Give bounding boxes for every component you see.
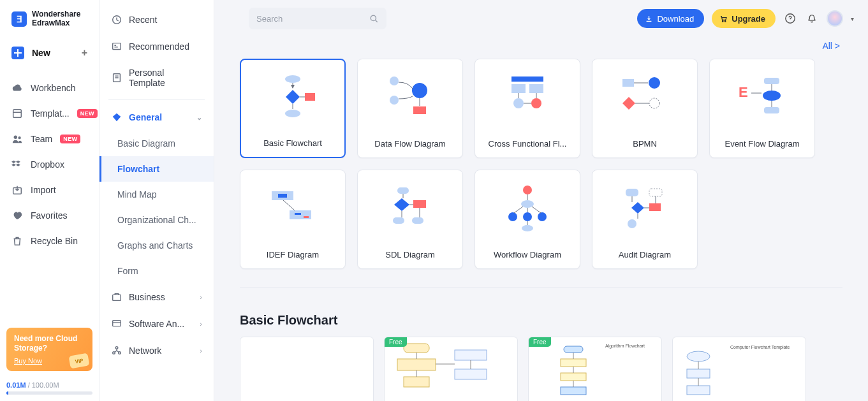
nav-dropbox[interactable]: Dropbox xyxy=(0,152,99,177)
svg-rect-10 xyxy=(113,321,121,326)
software-icon xyxy=(111,318,122,330)
thumb-idef xyxy=(240,170,345,245)
svg-rect-54 xyxy=(649,203,661,211)
template-card-1[interactable]: Free xyxy=(384,337,518,401)
svg-rect-60 xyxy=(455,369,487,379)
card-label: Workflow Diagram xyxy=(475,245,580,268)
svg-point-13 xyxy=(115,347,118,349)
search-icon[interactable] xyxy=(369,14,379,24)
card-sdl[interactable]: SDL Diagram xyxy=(357,170,463,269)
app-logo: Ǝ Wondershare EdrawMax xyxy=(0,0,99,40)
search-placeholder: Search xyxy=(256,14,283,24)
nav-workbench[interactable]: Workbench xyxy=(0,75,99,101)
card-bpmn[interactable]: BPMN xyxy=(592,59,698,158)
sec-sub-orgchart[interactable]: Organizational Ch... xyxy=(99,207,214,233)
download-icon xyxy=(645,15,653,23)
svg-rect-2 xyxy=(13,109,22,117)
all-link[interactable]: All > xyxy=(240,37,842,59)
svg-point-15 xyxy=(723,20,724,22)
svg-rect-40 xyxy=(295,213,301,215)
sec-network[interactable]: Network › xyxy=(99,337,214,364)
card-eventflow[interactable]: E Event Flow Diagram xyxy=(709,59,815,158)
sec-sub-basic-diagram[interactable]: Basic Diagram xyxy=(99,131,214,156)
nav-new[interactable]: New + xyxy=(0,40,99,66)
svg-point-51 xyxy=(522,225,533,231)
thumb-workflow xyxy=(475,170,580,245)
help-icon[interactable] xyxy=(783,11,797,26)
nav-templates[interactable]: Templat... NEW xyxy=(0,101,99,126)
bell-icon[interactable] xyxy=(805,11,819,26)
plus-tail-icon[interactable]: + xyxy=(82,47,87,59)
card-dataflow[interactable]: Data Flow Diagram xyxy=(357,59,463,158)
svg-rect-25 xyxy=(511,77,543,82)
thumb-eventflow: E xyxy=(710,59,814,134)
sec-label: Recommended xyxy=(129,41,189,52)
nav-label: Workbench xyxy=(31,83,76,93)
search-input[interactable]: Search xyxy=(249,8,386,29)
avatar[interactable] xyxy=(827,10,843,27)
tag-icon xyxy=(111,112,122,123)
sec-recommended[interactable]: Recommended xyxy=(99,33,214,60)
trash-icon xyxy=(11,235,23,247)
sec-software[interactable]: Software An... › xyxy=(99,310,214,337)
svg-rect-69 xyxy=(687,386,710,395)
new-badge: NEW xyxy=(60,135,80,143)
recommend-icon xyxy=(111,41,122,52)
cloud-icon xyxy=(11,82,23,94)
sec-label: Recent xyxy=(129,15,157,25)
sec-sub-mindmap[interactable]: Mind Map xyxy=(99,182,214,207)
svg-point-20 xyxy=(285,110,300,117)
thumb-bpmn xyxy=(592,59,697,134)
svg-rect-56 xyxy=(404,344,429,353)
svg-rect-36 xyxy=(764,107,779,113)
nav-import[interactable]: Import xyxy=(0,177,99,203)
content-area: All > Basic Flowchart Data Flow Diagram xyxy=(214,34,868,401)
storage-promo[interactable]: Need more Cloud Storage? Buy Now VIP xyxy=(6,328,92,371)
nav-team[interactable]: Team NEW xyxy=(0,126,99,152)
card-label: IDEF Diagram xyxy=(240,245,345,268)
nav-new-label: New xyxy=(32,48,50,58)
sec-label: Personal Template xyxy=(129,68,202,88)
svg-rect-38 xyxy=(278,194,287,198)
nav-favorites[interactable]: Favorites xyxy=(0,203,99,228)
topbar: Search Download Upgrade ▾ xyxy=(214,0,868,34)
download-button[interactable]: Download xyxy=(637,9,704,28)
svg-rect-65 xyxy=(561,387,586,395)
sec-sub-form[interactable]: Form xyxy=(99,258,214,284)
svg-point-49 xyxy=(523,212,532,221)
sec-sub-graphs[interactable]: Graphs and Charts xyxy=(99,233,214,258)
team-icon xyxy=(11,133,23,145)
caret-down-icon[interactable]: ▾ xyxy=(851,15,854,22)
chevron-right-icon: › xyxy=(200,320,202,328)
thumb-basic-flowchart xyxy=(241,60,344,133)
template-card-2[interactable]: Free Algorithm Flowchart xyxy=(528,337,662,401)
template-card-3[interactable]: Computer Flowchart Template xyxy=(672,337,806,401)
sec-sub-flowchart[interactable]: Flowchart xyxy=(99,156,214,182)
svg-point-4 xyxy=(18,136,20,139)
card-audit[interactable]: Audit Diagram xyxy=(592,170,698,269)
card-label: Cross Functional Fl... xyxy=(475,134,580,157)
svg-point-28 xyxy=(513,98,524,108)
sec-business[interactable]: Business › xyxy=(99,284,214,310)
sec-personal-template[interactable]: Personal Template xyxy=(99,60,214,96)
svg-rect-27 xyxy=(529,84,543,93)
card-basic-flowchart[interactable]: Basic Flowchart xyxy=(240,59,346,158)
sec-label: Network xyxy=(129,346,161,356)
card-label: BPMN xyxy=(592,134,697,157)
upgrade-button[interactable]: Upgrade xyxy=(712,9,776,28)
template-row: Free Free Algorithm Flowchart Computer F… xyxy=(240,337,842,401)
svg-rect-34 xyxy=(764,78,779,84)
personal-template-icon xyxy=(111,72,122,84)
divider xyxy=(108,99,205,100)
card-label: Audit Diagram xyxy=(592,245,697,268)
sec-recent[interactable]: Recent xyxy=(99,6,214,33)
card-workflow[interactable]: Workflow Diagram xyxy=(474,170,580,269)
card-idef[interactable]: IDEF Diagram xyxy=(240,170,346,269)
sec-general[interactable]: General ⌄ xyxy=(99,104,214,131)
template-card-blank[interactable] xyxy=(240,337,374,401)
card-crossfunctional[interactable]: Cross Functional Fl... xyxy=(474,59,580,158)
diagram-type-grid: Basic Flowchart Data Flow Diagram Cross … xyxy=(240,59,842,269)
nav-recycle[interactable]: Recycle Bin xyxy=(0,228,99,254)
svg-rect-1 xyxy=(14,52,22,54)
plus-icon xyxy=(11,47,24,59)
